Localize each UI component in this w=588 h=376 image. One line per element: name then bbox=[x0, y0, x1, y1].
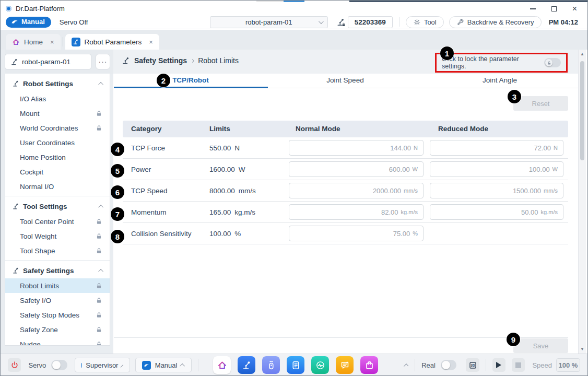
sidebar-item-user-coordinates[interactable]: User Coordinates bbox=[5, 135, 110, 150]
scrollbar-thumb[interactable] bbox=[580, 61, 584, 160]
sidebar-item-cockpit[interactable]: Cockpit bbox=[5, 164, 110, 179]
mode-dropdown[interactable]: Manual bbox=[135, 358, 192, 372]
normal-mode-input[interactable]: 82.00kg.m/s bbox=[289, 204, 424, 220]
dock-collapse-icon[interactable] bbox=[404, 363, 408, 368]
reduced-mode-input[interactable]: 100.00W bbox=[430, 161, 563, 177]
sidebar-section-safety-settings[interactable]: Safety Settings bbox=[5, 263, 110, 278]
servo-toggle[interactable] bbox=[51, 360, 67, 370]
sidebar-item-normal-io[interactable]: Normal I/O bbox=[5, 179, 110, 194]
close-tab-robot-parameters-icon[interactable]: × bbox=[149, 38, 153, 46]
sidebar-item-nudge[interactable]: Nudge bbox=[5, 337, 110, 346]
tab-tcp-robot[interactable]: TCP/Robot bbox=[113, 74, 268, 88]
sidebar-item-safety-io[interactable]: Safety I/O bbox=[5, 293, 110, 308]
remote-control-app-icon[interactable] bbox=[262, 356, 280, 374]
sidebar-item-home-position[interactable]: Home Position bbox=[5, 150, 110, 164]
sidebar-item-tool-shape[interactable]: Tool Shape bbox=[5, 243, 110, 258]
chevron-icon bbox=[180, 363, 185, 368]
scroll-up-icon[interactable]: ▲ bbox=[579, 52, 586, 56]
reduced-mode-input[interactable]: 72.00N bbox=[430, 140, 563, 156]
normal-mode-input[interactable]: 2000.000mm/s bbox=[289, 183, 424, 198]
3d-view-button[interactable] bbox=[466, 358, 479, 372]
tab-robot-parameters-label: Robot Parameters bbox=[85, 38, 142, 46]
tab-joint-speed[interactable]: Joint Speed bbox=[268, 74, 422, 88]
reset-button[interactable]: Reset bbox=[513, 96, 568, 111]
robot-serial-group: 52203369 bbox=[336, 16, 393, 28]
reduced-mode-input[interactable]: 1500.000mm/s bbox=[430, 183, 563, 198]
backdrive-button-label: Backdrive & Recovery bbox=[467, 18, 534, 26]
parameter-lock-toggle[interactable] bbox=[544, 58, 561, 67]
power-button[interactable] bbox=[8, 358, 21, 372]
tab-robot-parameters[interactable]: Robot Parameters × bbox=[65, 34, 159, 50]
backdrive-recovery-button[interactable]: Backdrive & Recovery bbox=[449, 16, 542, 28]
save-button[interactable]: Save bbox=[513, 338, 568, 353]
robot-param-select[interactable]: robot-param-01 bbox=[210, 16, 328, 28]
home-app-icon[interactable] bbox=[213, 356, 231, 374]
sidebar-item-safety-zone[interactable]: Safety Zone bbox=[5, 322, 110, 337]
ellipsis-icon: ··· bbox=[99, 57, 108, 66]
operation-mode-badge[interactable]: Manual bbox=[6, 17, 51, 28]
sidebar-section-tool-settings[interactable]: Tool Settings bbox=[5, 198, 110, 214]
reduced-mode-input[interactable]: 50.00kg.m/s bbox=[430, 204, 563, 220]
lock-icon bbox=[96, 326, 102, 333]
scroll-down-icon[interactable]: ▼ bbox=[579, 347, 586, 351]
role-dropdown[interactable]: Supervisor bbox=[75, 358, 130, 372]
item-label: Tool Center Point bbox=[20, 218, 74, 226]
table-row-momentum: Momentum 165.00kg.m/s 82.00kg.m/s 50.00k… bbox=[123, 202, 568, 223]
annotation-badge-7: 7 bbox=[111, 207, 124, 221]
close-tab-home-icon[interactable]: × bbox=[50, 38, 54, 46]
field-value: 144.00 bbox=[390, 144, 411, 152]
field-value: 75.00 bbox=[393, 230, 410, 238]
maximize-button[interactable] bbox=[551, 6, 557, 11]
real-sim-toggle[interactable] bbox=[441, 360, 456, 370]
lock-icon bbox=[96, 248, 102, 254]
sidebar-item-tool-center-point[interactable]: Tool Center Point bbox=[5, 214, 110, 229]
sidebar-item-tool-weight[interactable]: Tool Weight bbox=[5, 229, 110, 243]
sidebar-header: robot-param-01 ··· bbox=[1, 50, 113, 74]
close-window-button[interactable]: × bbox=[572, 6, 577, 11]
minimize-button[interactable] bbox=[530, 8, 536, 9]
tool-button-label: Tool bbox=[424, 18, 437, 26]
field-value: 1500.000 bbox=[513, 187, 541, 195]
manual-mode-icon bbox=[142, 361, 151, 370]
normal-mode-input[interactable]: 600.00W bbox=[289, 161, 424, 177]
message-app-icon[interactable] bbox=[336, 356, 354, 374]
lock-icon bbox=[96, 341, 102, 346]
more-options-button[interactable]: ··· bbox=[96, 54, 110, 69]
sidebar-section-robot-settings[interactable]: Robot Settings bbox=[5, 76, 110, 91]
monitoring-app-icon[interactable] bbox=[311, 356, 329, 374]
sidebar-item-world-coordinates[interactable]: World Coordinates bbox=[5, 121, 110, 135]
sidebar-item-safety-stop-modes[interactable]: Safety Stop Modes bbox=[5, 308, 110, 322]
tool-button[interactable]: Tool bbox=[406, 16, 444, 28]
robot-icon bbox=[12, 203, 19, 210]
document-tab-strip: Home × Robot Parameters × bbox=[1, 30, 587, 50]
robot-limits-panel: TCP/Robot Joint Speed Joint Angle Reset … bbox=[113, 74, 578, 354]
field-unit: kg.m/s bbox=[541, 209, 558, 215]
sidebar-item-robot-limits[interactable]: Robot Limits bbox=[5, 278, 110, 293]
sidebar-item-mount[interactable]: Mount bbox=[5, 106, 110, 121]
item-label: Normal I/O bbox=[20, 183, 54, 191]
lock-banner-text: Click to lock the parameter settings. bbox=[442, 55, 539, 70]
task-editor-app-icon[interactable] bbox=[287, 356, 304, 374]
vertical-scrollbar[interactable]: ▲ ▼ bbox=[578, 50, 586, 354]
speed-label: Speed bbox=[532, 361, 552, 369]
normal-mode-input[interactable]: 75.00% bbox=[289, 226, 424, 241]
breadcrumb: Safety Settings Robot Limits bbox=[122, 56, 239, 65]
play-button[interactable] bbox=[492, 358, 505, 372]
param-name-field[interactable]: robot-param-01 bbox=[5, 54, 91, 69]
row-limit-unit: kg.m/s bbox=[234, 208, 255, 216]
parameter-lock-banner: Click to lock the parameter settings. bbox=[435, 53, 568, 73]
robot-settings-app-icon[interactable] bbox=[238, 356, 255, 374]
row-limit-unit: W bbox=[239, 166, 245, 173]
section-title: Robot Settings bbox=[23, 80, 73, 88]
tab-home[interactable]: Home × bbox=[6, 34, 61, 50]
power-icon bbox=[10, 361, 19, 369]
item-label: World Coordinates bbox=[20, 124, 78, 132]
stop-button[interactable] bbox=[512, 358, 525, 372]
tab-joint-angle[interactable]: Joint Angle bbox=[422, 74, 577, 88]
normal-mode-input[interactable]: 144.00N bbox=[289, 140, 424, 156]
tab-home-label: Home bbox=[24, 38, 43, 46]
item-label: Safety Zone bbox=[20, 326, 58, 334]
store-app-icon[interactable] bbox=[360, 356, 378, 374]
sidebar-item-io-alias[interactable]: I/O Alias bbox=[5, 91, 110, 106]
annotation-badge-9: 9 bbox=[507, 333, 520, 346]
